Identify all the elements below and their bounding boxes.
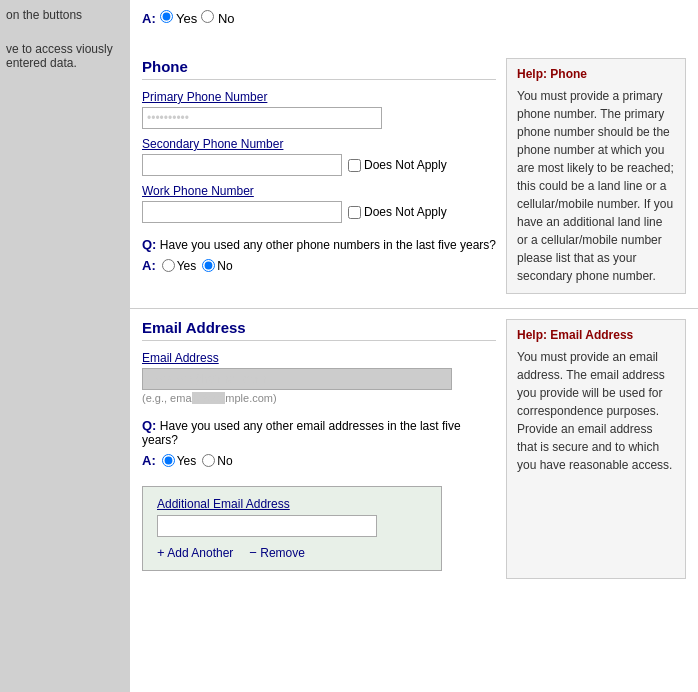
phone-no-radio[interactable]	[202, 259, 215, 272]
top-answer-row: A: Yes No	[142, 10, 686, 26]
phone-question-text: Q: Have you used any other phone numbers…	[142, 237, 496, 252]
phone-yes-radio[interactable]	[162, 259, 175, 272]
secondary-does-not-apply-label[interactable]: Does Not Apply	[348, 158, 447, 172]
secondary-phone-label: Secondary Phone Number	[142, 137, 496, 151]
email-section-title: Email Address	[142, 319, 496, 341]
top-yes-radio[interactable]	[160, 10, 173, 23]
top-no-label[interactable]: No	[201, 10, 234, 26]
sidebar-top-text: on the buttons	[6, 8, 124, 22]
phone-answer-row: A: Yes No	[142, 258, 496, 273]
left-sidebar: on the buttons ve to access viously ente…	[0, 0, 130, 692]
email-no-radio[interactable]	[202, 454, 215, 467]
email-yes-radio[interactable]	[162, 454, 175, 467]
work-does-not-apply-label[interactable]: Does Not Apply	[348, 205, 447, 219]
email-help-title: Help: Email Address	[517, 328, 675, 342]
phone-section-title: Phone	[142, 58, 496, 80]
primary-phone-input[interactable]	[142, 107, 382, 129]
phone-yes-label[interactable]: Yes	[162, 259, 197, 273]
phone-help-title: Help: Phone	[517, 67, 675, 81]
phone-help-box: Help: Phone You must provide a primary p…	[506, 58, 686, 294]
phone-no-label[interactable]: No	[202, 259, 232, 273]
email-section: Email Address Email Address (e.g., email…	[130, 309, 698, 589]
email-yes-label[interactable]: Yes	[162, 454, 197, 468]
secondary-phone-input[interactable]	[142, 154, 342, 176]
sidebar-bottom-text: ve to access viously entered data.	[6, 42, 124, 70]
top-a-label: A:	[142, 11, 156, 26]
top-yes-label[interactable]: Yes	[160, 10, 198, 26]
add-another-link[interactable]: + Add Another	[157, 545, 233, 560]
top-no-radio[interactable]	[201, 10, 214, 23]
email-question-block: Q: Have you used any other email address…	[142, 418, 496, 571]
email-placeholder-text: (e.g., email@example.com)	[142, 392, 496, 404]
email-field-label: Email Address	[142, 351, 496, 365]
work-does-not-apply-checkbox[interactable]	[348, 206, 361, 219]
main-content: A: Yes No Phone Primary Phone Number	[130, 0, 698, 692]
work-phone-label: Work Phone Number	[142, 184, 496, 198]
phone-section: Phone Primary Phone Number Secondary Pho…	[130, 48, 698, 309]
primary-phone-label: Primary Phone Number	[142, 90, 496, 104]
email-no-label[interactable]: No	[202, 454, 232, 468]
phone-section-left: Phone Primary Phone Number Secondary Pho…	[142, 58, 506, 294]
email-help-box: Help: Email Address You must provide an …	[506, 319, 686, 579]
email-question-text: Q: Have you used any other email address…	[142, 418, 496, 447]
work-phone-input[interactable]	[142, 201, 342, 223]
secondary-does-not-apply-checkbox[interactable]	[348, 159, 361, 172]
email-input[interactable]	[142, 368, 452, 390]
additional-email-input[interactable]	[157, 515, 377, 537]
email-help-text: You must provide an email address. The e…	[517, 348, 675, 474]
additional-email-label: Additional Email Address	[157, 497, 427, 511]
add-remove-row: + Add Another − Remove	[157, 545, 427, 560]
email-answer-row: A: Yes No	[142, 453, 496, 468]
phone-question-block: Q: Have you used any other phone numbers…	[142, 237, 496, 273]
additional-email-box: Additional Email Address + Add Another −…	[142, 486, 442, 571]
phone-help-text: You must provide a primary phone number.…	[517, 87, 675, 285]
email-section-left: Email Address Email Address (e.g., email…	[142, 319, 506, 579]
remove-link[interactable]: − Remove	[249, 545, 305, 560]
